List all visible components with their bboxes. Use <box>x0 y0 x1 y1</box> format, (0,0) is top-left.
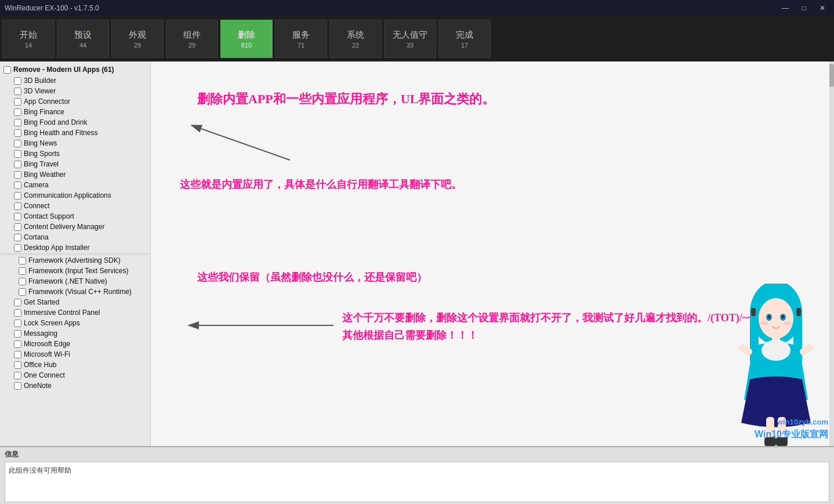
content-pane: 删除内置APP和一些内置应用程序，UL界面之类的。 这些就是内置应用了，具体是什… <box>151 61 834 446</box>
miku-character <box>718 284 834 446</box>
tree-item[interactable]: Bing Health and Fitness <box>0 128 150 138</box>
tree-framework-item[interactable]: Framework (.NET Native) <box>0 276 150 287</box>
annotation-2: 这些就是内置应用了，具体是什么自行用翻译工具翻译下吧。 <box>180 177 462 191</box>
tree-item[interactable]: Bing Finance <box>0 107 150 117</box>
svg-point-7 <box>759 298 793 339</box>
tree-item[interactable]: Messaging <box>0 328 150 339</box>
nav-tab-3[interactable]: 组件29 <box>166 20 218 58</box>
nav-tab-1[interactable]: 预设44 <box>57 20 109 58</box>
nav-tab-4[interactable]: 删除810 <box>220 20 273 58</box>
svg-rect-22 <box>751 308 756 316</box>
root-checkbox[interactable] <box>3 66 11 74</box>
svg-rect-21 <box>799 343 815 357</box>
tree-item[interactable]: Desktop App Installer <box>0 242 150 253</box>
svg-rect-5 <box>750 307 759 365</box>
svg-rect-23 <box>796 308 801 316</box>
watermark-line2: Win10专业版宣网 <box>755 427 828 441</box>
nav-tab-5[interactable]: 服务71 <box>275 20 327 58</box>
tree-item[interactable]: Bing Food and Drink <box>0 117 150 128</box>
maximize-button[interactable]: □ <box>797 3 811 13</box>
tree-item[interactable]: One Connect <box>0 370 150 380</box>
tree-framework: Framework (Advertising SDK) Framework (I… <box>0 253 150 297</box>
svg-rect-20 <box>738 343 754 357</box>
annotation-3: 这些我们保留（虽然删除也没什么，还是保留吧） <box>197 270 427 284</box>
tree-item[interactable]: Camera <box>0 180 150 190</box>
annotation-4-line1: 这个千万不要删除，删除这个设置界面就打不开了，我测试了好几遍才找到的。/(TOT… <box>342 311 753 325</box>
svg-rect-17 <box>778 417 786 440</box>
infobar-content: 此组件没有可用帮助 <box>5 462 829 502</box>
tree-item[interactable]: 3D Viewer <box>0 86 150 96</box>
tree-item[interactable]: OneNote <box>0 380 150 391</box>
svg-rect-6 <box>793 307 802 365</box>
app-title: WinReducer EX-100 - v1.7.5.0 <box>5 4 778 12</box>
arrow-1 <box>186 119 302 166</box>
infobar: 信息 此组件没有可用帮助 <box>0 446 834 504</box>
close-button[interactable]: ✕ <box>815 3 829 13</box>
nav-tab-2[interactable]: 外观29 <box>111 20 164 58</box>
svg-rect-14 <box>772 336 780 346</box>
tree-item[interactable]: Content Delivery Manager <box>0 222 150 232</box>
tree-item[interactable]: Cortana <box>0 232 150 242</box>
tree-item[interactable]: Bing Travel <box>0 159 150 169</box>
tree-item[interactable]: Bing News <box>0 138 150 148</box>
tree-root[interactable]: Remove - Modern UI Apps (61) <box>0 64 150 75</box>
tree-framework-item[interactable]: Framework (Advertising SDK) <box>0 255 150 266</box>
content-scrollbar[interactable] <box>829 61 834 446</box>
watermark-line1: win10zyb.com <box>755 416 828 428</box>
tree-framework-item[interactable]: Framework (Visual C++ Runtime) <box>0 287 150 297</box>
tree-group1: 3D Builder 3D Viewer App Connector Bing … <box>0 75 150 253</box>
infobar-label: 信息 <box>5 449 829 459</box>
svg-point-15 <box>762 340 791 361</box>
main-content: Remove - Modern UI Apps (61) 3D Builder … <box>0 61 834 446</box>
tree-item[interactable]: Connect <box>0 201 150 211</box>
navbar: 开始14预设44外观29组件29删除810服务71系统22无人值守33完成17 <box>0 16 834 61</box>
tree-pane[interactable]: Remove - Modern UI Apps (61) 3D Builder … <box>0 61 151 446</box>
svg-rect-19 <box>776 437 788 446</box>
nav-tab-8[interactable]: 完成17 <box>438 20 491 58</box>
tree-item[interactable]: Bing Weather <box>0 169 150 180</box>
svg-point-12 <box>760 321 768 325</box>
annotation-1: 删除内置APP和一些内置应用程序，UL界面之类的。 <box>197 90 495 108</box>
minimize-button[interactable]: — <box>778 3 792 13</box>
svg-point-10 <box>768 315 770 318</box>
window-controls: — □ ✕ <box>778 3 829 13</box>
tree-item[interactable]: Office Hub <box>0 360 150 370</box>
tree-item[interactable]: Immersive Control Panel <box>0 307 150 318</box>
tree-item[interactable]: 3D Builder <box>0 75 150 86</box>
tree-item[interactable]: Contact Support <box>0 211 150 222</box>
svg-point-13 <box>784 321 792 325</box>
svg-rect-16 <box>766 417 774 440</box>
svg-line-1 <box>191 125 290 160</box>
tree-framework-item[interactable]: Framework (Input Text Services) <box>0 266 150 276</box>
svg-point-11 <box>782 315 784 318</box>
infobar-text: 此组件没有可用帮助 <box>9 466 71 474</box>
tree-item[interactable]: Lock Screen Apps <box>0 318 150 328</box>
annotation-4-line2: 其他根据自己需要删除！！！ <box>342 328 478 342</box>
tree-item[interactable]: Communication Applications <box>0 190 150 201</box>
tree-group2: Get Started Immersive Control Panel Lock… <box>0 297 150 391</box>
titlebar: WinReducer EX-100 - v1.7.5.0 — □ ✕ <box>0 0 834 16</box>
tree-root-label: Remove - Modern UI Apps (61) <box>13 66 114 74</box>
svg-point-8 <box>766 314 772 321</box>
tree-item[interactable]: Bing Sports <box>0 148 150 159</box>
watermark: win10zyb.com Win10专业版宣网 <box>755 416 828 442</box>
arrow-2 <box>186 314 336 337</box>
nav-tab-7[interactable]: 无人值守33 <box>384 20 436 58</box>
nav-tab-0[interactable]: 开始14 <box>2 20 55 58</box>
tree-item[interactable]: Microsoft Wi-Fi <box>0 349 150 360</box>
tree-item[interactable]: Get Started <box>0 297 150 307</box>
scrollbar-thumb[interactable] <box>829 64 834 87</box>
svg-point-4 <box>750 284 802 345</box>
tree-item[interactable]: App Connector <box>0 96 150 107</box>
nav-tab-6[interactable]: 系统22 <box>329 20 382 58</box>
svg-point-9 <box>780 314 786 321</box>
tree-item[interactable]: Microsoft Edge <box>0 339 150 349</box>
svg-rect-18 <box>764 437 776 446</box>
